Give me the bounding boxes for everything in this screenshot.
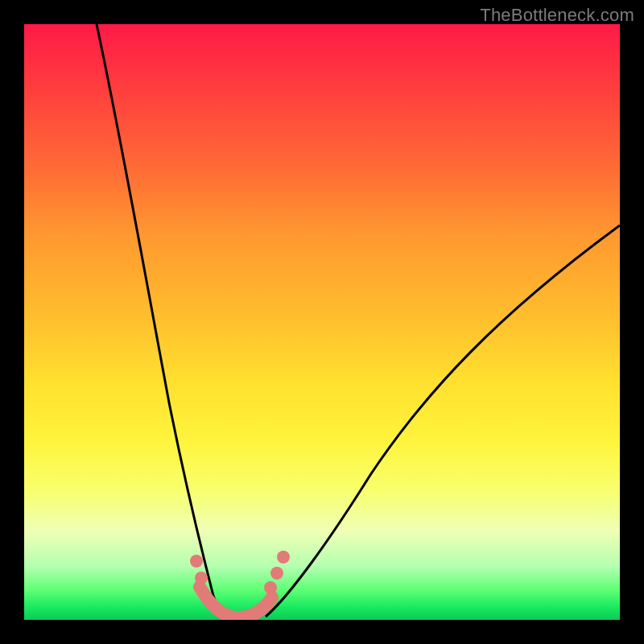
floor-dot xyxy=(190,555,203,568)
watermark-text: TheBottleneck.com xyxy=(480,5,634,26)
bottleneck-curve-right xyxy=(266,225,620,617)
floor-dot xyxy=(264,581,277,594)
floor-dot xyxy=(195,572,208,584)
chart-frame: TheBottleneck.com xyxy=(0,0,644,644)
plot-area xyxy=(24,24,620,620)
bottleneck-curve-left xyxy=(97,24,233,618)
floor-highlight xyxy=(200,587,272,617)
floor-dot xyxy=(277,551,290,564)
floor-dot xyxy=(270,567,283,580)
curve-layer xyxy=(24,24,620,620)
